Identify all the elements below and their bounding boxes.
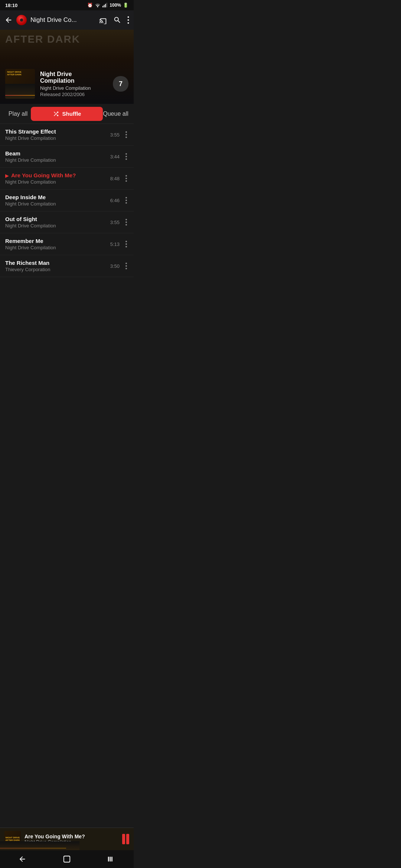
track-count-badge: 7 bbox=[113, 76, 128, 92]
track-artist: Night Drive Compilation bbox=[5, 157, 110, 163]
track-name-row: This Strange Effect bbox=[5, 128, 110, 135]
track-duration: 5:13 bbox=[110, 241, 120, 247]
playing-indicator: ▶ bbox=[5, 173, 9, 178]
track-name: The Richest Man bbox=[5, 260, 49, 266]
track-name-row: The Richest Man bbox=[5, 260, 110, 267]
toolbar-icons bbox=[99, 16, 129, 24]
track-list: This Strange Effect Night Drive Compilat… bbox=[0, 124, 134, 277]
dot3 bbox=[125, 224, 127, 226]
dot1 bbox=[125, 241, 127, 242]
album-info: NIGHT DRIVEAFTER DARK Night Drive Compil… bbox=[0, 65, 134, 104]
status-bar: 18:10 ⏰ 100% 🔋 bbox=[0, 0, 134, 10]
track-more-button[interactable] bbox=[124, 217, 128, 227]
track-duration: 3:50 bbox=[110, 263, 120, 269]
dot3 bbox=[125, 137, 127, 138]
track-more-button[interactable] bbox=[124, 261, 128, 271]
shuffle-label: Shuffle bbox=[62, 111, 81, 117]
track-more-button[interactable] bbox=[124, 174, 128, 183]
dot2 bbox=[125, 221, 127, 223]
track-item[interactable]: Deep Inside Me Night Drive Compilation 6… bbox=[0, 190, 134, 211]
queue-all-button[interactable]: Queue all bbox=[103, 111, 128, 117]
album-details: Night Drive Compilation Night Drive Comp… bbox=[40, 71, 108, 97]
dot2 bbox=[125, 265, 127, 267]
controls-row: Play all Shuffle Queue all bbox=[0, 104, 134, 124]
track-item[interactable]: Beam Night Drive Compilation 3:44 bbox=[0, 146, 134, 168]
svg-rect-1 bbox=[104, 5, 105, 7]
dot1 bbox=[125, 263, 127, 264]
track-item[interactable]: This Strange Effect Night Drive Compilat… bbox=[0, 124, 134, 146]
search-button[interactable] bbox=[113, 16, 121, 24]
svg-point-4 bbox=[128, 16, 129, 18]
track-more-button[interactable] bbox=[124, 130, 128, 139]
signal-icon bbox=[102, 2, 108, 9]
more-button[interactable] bbox=[127, 16, 129, 24]
track-more-button[interactable] bbox=[124, 152, 128, 161]
album-year: Released 2002/2006 bbox=[40, 92, 108, 97]
dot1 bbox=[125, 153, 127, 155]
track-name: This Strange Effect bbox=[5, 128, 56, 135]
track-info: Deep Inside Me Night Drive Compilation bbox=[5, 194, 110, 207]
battery-icon: 🔋 bbox=[123, 3, 128, 8]
alarm-icon: ⏰ bbox=[87, 3, 93, 8]
back-button[interactable] bbox=[4, 16, 13, 24]
track-artist: Night Drive Compilation bbox=[5, 135, 110, 141]
track-name: Deep Inside Me bbox=[5, 194, 46, 200]
track-info: Out of Sight Night Drive Compilation bbox=[5, 216, 110, 228]
hero-bg-text: AFTER DARK bbox=[5, 33, 80, 45]
toolbar-title: Night Drive Co... bbox=[30, 16, 95, 24]
dot3 bbox=[125, 158, 127, 160]
svg-rect-0 bbox=[102, 6, 103, 7]
clock: 18:10 bbox=[5, 3, 17, 8]
battery: 100% bbox=[110, 3, 121, 8]
track-more-button[interactable] bbox=[124, 239, 128, 249]
track-artist: Thievery Corporation bbox=[5, 267, 110, 272]
svg-point-6 bbox=[128, 22, 129, 24]
status-icons: ⏰ 100% 🔋 bbox=[87, 2, 128, 9]
album-art-road bbox=[5, 84, 35, 99]
play-all-button[interactable]: Play all bbox=[5, 111, 31, 117]
track-artist: Night Drive Compilation bbox=[5, 223, 110, 228]
track-name-row: ▶ Are You Going With Me? bbox=[5, 172, 110, 179]
track-item[interactable]: ▶ Are You Going With Me? Night Drive Com… bbox=[0, 168, 134, 190]
track-duration: 3:55 bbox=[110, 132, 120, 138]
album-title: Night Drive Compilation bbox=[40, 71, 108, 84]
track-name-row: Deep Inside Me bbox=[5, 194, 110, 201]
track-name-row: Remember Me bbox=[5, 238, 110, 245]
album-art: NIGHT DRIVEAFTER DARK bbox=[5, 69, 35, 99]
track-name-row: Out of Sight bbox=[5, 216, 110, 223]
dot2 bbox=[125, 134, 127, 135]
svg-point-5 bbox=[128, 19, 129, 21]
track-duration: 3:44 bbox=[110, 154, 120, 160]
dot1 bbox=[125, 131, 127, 133]
track-artist: Night Drive Compilation bbox=[5, 201, 110, 207]
album-art-label: NIGHT DRIVEAFTER DARK bbox=[6, 70, 22, 77]
track-name-row: Beam bbox=[5, 150, 110, 157]
dot2 bbox=[125, 178, 127, 179]
track-info: The Richest Man Thievery Corporation bbox=[5, 260, 110, 272]
shuffle-button[interactable]: Shuffle bbox=[31, 107, 103, 121]
track-item[interactable]: Remember Me Night Drive Compilation 5:13 bbox=[0, 233, 134, 255]
vinyl-logo-icon bbox=[16, 15, 27, 25]
track-info: Remember Me Night Drive Compilation bbox=[5, 238, 110, 250]
dot1 bbox=[125, 197, 127, 198]
svg-rect-3 bbox=[107, 3, 107, 7]
track-name: Beam bbox=[5, 150, 20, 157]
cast-button[interactable] bbox=[99, 16, 107, 24]
track-name: Are You Going With Me? bbox=[11, 172, 76, 178]
track-artist: Night Drive Compilation bbox=[5, 179, 110, 185]
track-duration: 3:55 bbox=[110, 220, 120, 225]
track-info: ▶ Are You Going With Me? Night Drive Com… bbox=[5, 172, 110, 185]
svg-rect-2 bbox=[105, 4, 106, 7]
dot2 bbox=[125, 243, 127, 245]
hero-section: AFTER DARK NIGHT DRIVEAFTER DARK Night D… bbox=[0, 30, 134, 104]
dot3 bbox=[125, 202, 127, 204]
track-item[interactable]: Out of Sight Night Drive Compilation 3:5… bbox=[0, 211, 134, 233]
dot2 bbox=[125, 200, 127, 201]
track-artist: Night Drive Compilation bbox=[5, 245, 110, 250]
track-name: Remember Me bbox=[5, 238, 43, 244]
wifi-icon bbox=[95, 2, 101, 9]
toolbar: Night Drive Co... bbox=[0, 10, 134, 30]
track-item[interactable]: The Richest Man Thievery Corporation 3:5… bbox=[0, 255, 134, 277]
track-more-button[interactable] bbox=[124, 195, 128, 205]
dot3 bbox=[125, 246, 127, 247]
